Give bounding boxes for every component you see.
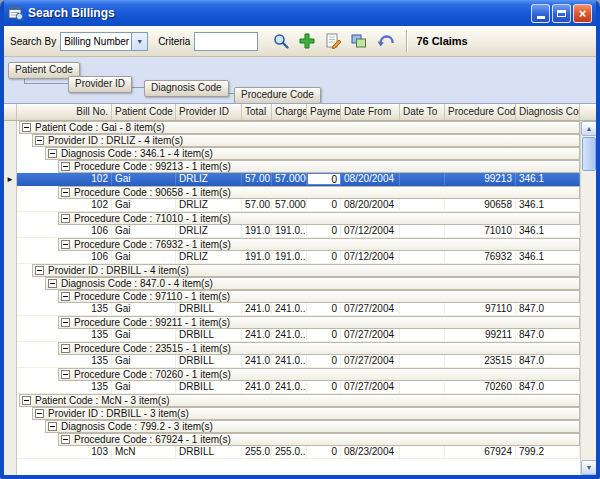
group-row[interactable]: Patient Code : Gai - 8 item(s): [17, 121, 580, 134]
collapse-minus-icon[interactable]: [61, 435, 70, 444]
scroll-down-button[interactable]: ▼: [581, 460, 596, 475]
cell: 102: [17, 173, 112, 185]
group-row[interactable]: Procedure Code : 23515 - 1 item(s): [17, 342, 580, 355]
column-header[interactable]: Payme...: [307, 104, 341, 120]
billing-row[interactable]: 135GaiDRBILL241.0...241.0...007/27/20047…: [17, 381, 580, 394]
group-row[interactable]: Diagnosis Code : 799.2 - 3 item(s): [17, 420, 580, 433]
payment-edit-cell[interactable]: 0: [307, 173, 341, 185]
billing-row[interactable]: 135GaiDRBILL241.0...241.0...007/27/20042…: [17, 355, 580, 368]
edit-button[interactable]: [322, 30, 344, 52]
collapse-minus-icon[interactable]: [61, 240, 70, 249]
group-row[interactable]: Patient Code : McN - 3 item(s): [17, 394, 580, 407]
vertical-scrollbar[interactable]: ▲ ▼: [580, 121, 596, 475]
cell: 70260: [445, 381, 516, 393]
collapse-minus-icon[interactable]: [22, 123, 31, 132]
cell: 07/12/2004: [341, 251, 400, 263]
grid-header: Bill No.Patient CodeProvider IDTotalChar…: [4, 104, 596, 121]
billing-row[interactable]: 103McNDRBILL255.0...255.0...008/23/20046…: [17, 446, 580, 459]
billing-row[interactable]: 106GaiDRLIZ191.0...191.0...007/12/200471…: [17, 225, 580, 238]
collapse-minus-icon[interactable]: [61, 162, 70, 171]
column-header[interactable]: Diagnosis Code: [516, 104, 580, 120]
search-by-dropdown[interactable]: Billing Number ▼: [60, 32, 148, 51]
close-button[interactable]: ×: [573, 4, 592, 23]
collapse-minus-icon[interactable]: [61, 344, 70, 353]
collapse-minus-icon[interactable]: [61, 188, 70, 197]
scroll-up-button[interactable]: ▲: [581, 121, 596, 136]
billing-row[interactable]: 102GaiDRLIZ57.00...57.0000008/20/2004992…: [17, 173, 580, 186]
billing-row[interactable]: 106GaiDRLIZ191.0...191.0...007/12/200476…: [17, 251, 580, 264]
cell: DRBILL: [176, 355, 242, 367]
collapse-minus-icon[interactable]: [61, 370, 70, 379]
search-button[interactable]: [270, 30, 292, 52]
collapse-minus-icon[interactable]: [48, 149, 57, 158]
row-indicator-icon: ►: [6, 175, 14, 184]
group-row[interactable]: Procedure Code : 76932 - 1 item(s): [17, 238, 580, 251]
toolbar: Search By Billing Number ▼ Criteria: [4, 26, 596, 57]
group-row[interactable]: Procedure Code : 99213 - 1 item(s): [17, 160, 580, 173]
column-header[interactable]: Provider ID: [176, 104, 242, 120]
collapse-minus-icon[interactable]: [35, 409, 44, 418]
group-row[interactable]: Diagnosis Code : 346.1 - 4 item(s): [17, 147, 580, 160]
claims-count: 76 Claims: [416, 35, 467, 47]
cell: 57.0000: [272, 199, 307, 211]
column-header[interactable]: Bill No.: [17, 104, 112, 120]
group-field-diagnosis-code[interactable]: Diagnosis Code: [144, 80, 229, 97]
group-field-procedure-code[interactable]: Procedure Code: [234, 87, 321, 104]
cell: 346.1: [516, 251, 580, 263]
group-label: Diagnosis Code : 847.0 - 4 item(s): [61, 278, 213, 289]
billing-row[interactable]: 135GaiDRBILL241.0...241.0...007/27/20049…: [17, 329, 580, 342]
collapse-minus-icon[interactable]: [61, 214, 70, 223]
group-label: Procedure Code : 90658 - 1 item(s): [74, 187, 231, 198]
billing-row[interactable]: 102GaiDRLIZ57.00...57.0000008/20/2004906…: [17, 199, 580, 212]
group-row[interactable]: Procedure Code : 99211 - 1 item(s): [17, 316, 580, 329]
cell: 106: [17, 251, 112, 263]
collapse-minus-icon[interactable]: [35, 266, 44, 275]
group-row[interactable]: Procedure Code : 71010 - 1 item(s): [17, 212, 580, 225]
column-header[interactable]: Patient Code: [112, 104, 176, 120]
group-row[interactable]: Diagnosis Code : 847.0 - 4 item(s): [17, 277, 580, 290]
cell: Gai: [112, 251, 176, 263]
add-button[interactable]: [296, 30, 318, 52]
collapse-minus-icon[interactable]: [48, 279, 57, 288]
group-row[interactable]: Procedure Code : 67924 - 1 item(s): [17, 433, 580, 446]
scrollbar-thumb[interactable]: [582, 137, 596, 171]
cell: [400, 251, 445, 263]
cell: 07/12/2004: [341, 225, 400, 237]
column-header[interactable]: Charges: [272, 104, 307, 120]
row-indicator-gutter: ►: [4, 121, 17, 475]
minimize-button[interactable]: [531, 4, 550, 23]
cell: 346.1: [516, 173, 580, 185]
cell: 102: [17, 199, 112, 211]
column-header[interactable]: Date From: [341, 104, 400, 120]
column-header[interactable]: Total: [242, 104, 272, 120]
undo-button[interactable]: [374, 30, 396, 52]
group-row[interactable]: Procedure Code : 90658 - 1 item(s): [17, 186, 580, 199]
titlebar[interactable]: Search Billings ×: [4, 0, 596, 26]
group-label: Diagnosis Code : 346.1 - 4 item(s): [61, 148, 213, 159]
cell: 57.00...: [242, 173, 272, 185]
collapse-minus-icon[interactable]: [61, 292, 70, 301]
group-row[interactable]: Procedure Code : 70260 - 1 item(s): [17, 368, 580, 381]
collapse-minus-icon[interactable]: [35, 136, 44, 145]
preview-button[interactable]: [348, 30, 370, 52]
criteria-input[interactable]: [194, 32, 258, 51]
maximize-button[interactable]: [552, 4, 571, 23]
undo-icon: [376, 32, 394, 50]
group-row[interactable]: Provider ID : DRBILL - 4 item(s): [17, 264, 580, 277]
group-row[interactable]: Procedure Code : 97110 - 1 item(s): [17, 290, 580, 303]
chevron-down-icon[interactable]: ▼: [131, 33, 147, 50]
cell: 99213: [445, 173, 516, 185]
collapse-minus-icon[interactable]: [22, 396, 31, 405]
cell: 191.0...: [272, 225, 307, 237]
group-row[interactable]: Provider ID : DRBILL - 3 item(s): [17, 407, 580, 420]
collapse-minus-icon[interactable]: [61, 318, 70, 327]
cell: 346.1: [516, 225, 580, 237]
group-row[interactable]: Provider ID : DRLIZ - 4 item(s): [17, 134, 580, 147]
cell: 07/27/2004: [341, 329, 400, 341]
group-field-provider-id[interactable]: Provider ID: [68, 76, 132, 93]
grid-body: ► Patient Code : Gai - 8 item(s)Provider…: [4, 121, 596, 475]
column-header[interactable]: Procedure Code: [445, 104, 516, 120]
collapse-minus-icon[interactable]: [48, 422, 57, 431]
billing-row[interactable]: 135GaiDRBILL241.0...241.0...007/27/20049…: [17, 303, 580, 316]
column-header[interactable]: Date To: [400, 104, 445, 120]
